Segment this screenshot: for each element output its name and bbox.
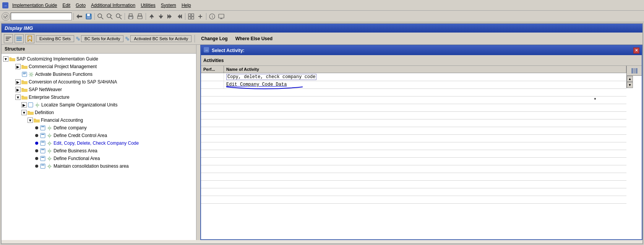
svg-line-11 <box>110 17 112 19</box>
tree-panel: Structure ▼ SAP Customizing Implementati… <box>2 45 196 240</box>
navigate-last-button[interactable] <box>175 12 183 21</box>
folder-icon-financial <box>34 117 40 123</box>
activated-bc-sets-button[interactable]: Activated BC Sets for Activity <box>130 35 191 42</box>
svg-rect-61 <box>41 134 44 135</box>
definition-label: Definition <box>35 110 54 115</box>
table-row-empty-3 <box>201 104 626 112</box>
toggle-netweaver[interactable]: ▶ <box>15 87 21 92</box>
tree-item-maintain-consolidation[interactable]: Maintain consolidation business area <box>34 162 195 170</box>
gear-icon-define-credit <box>46 132 52 139</box>
print-preview-button[interactable] <box>136 12 144 21</box>
toggle-financial-accounting[interactable]: ▼ <box>28 118 33 123</box>
svg-point-74 <box>49 165 50 167</box>
collapse-tree-button[interactable] <box>4 34 13 43</box>
page-icon-define-company <box>40 125 46 131</box>
tree-item-enterprise-structure[interactable]: ▼ Enterprise Structure <box>15 93 195 101</box>
menu-goto[interactable]: Goto <box>73 2 88 9</box>
toggle-sap-guide[interactable]: ▼ <box>3 56 8 62</box>
dialog-close-button[interactable]: ✕ <box>633 47 639 54</box>
find-button[interactable] <box>96 12 105 21</box>
bullet-define-company <box>35 126 38 129</box>
tree-item-definition[interactable]: ▼ Definition <box>21 109 195 116</box>
table-row-edit-company[interactable]: Edit Company Code Data <box>201 81 626 89</box>
find-next-button[interactable]: + <box>105 12 114 21</box>
table-row-empty-4 <box>201 112 626 119</box>
tree-item-commercial-pm[interactable]: ▶ Commercial Project Management <box>15 63 195 70</box>
svg-text:→: → <box>3 3 7 8</box>
bullet-define-business <box>35 149 38 152</box>
expand-all-button[interactable] <box>187 12 195 21</box>
tree-item-financial-accounting[interactable]: ▼ Financial Accounting <box>28 116 195 124</box>
menu-implementation-guide[interactable]: Implementation Guide <box>10 2 59 9</box>
monitor-button[interactable] <box>217 12 225 21</box>
search-all-button[interactable]: ++ <box>115 12 123 21</box>
svg-rect-20 <box>138 14 141 16</box>
toggle-definition[interactable]: ▼ <box>21 110 27 115</box>
table-row-empty-6 <box>201 127 626 135</box>
dialog-scrollbar: ▲ ▼ <box>626 76 633 88</box>
tree-item-netweaver[interactable]: ▶ SAP NetWeaver <box>15 86 195 93</box>
menu-help[interactable]: Help <box>179 2 193 9</box>
svg-rect-58 <box>41 126 44 127</box>
bc-sets-activity-button[interactable]: BC Sets for Activity <box>81 35 124 42</box>
collapse-all-button[interactable] <box>196 12 204 21</box>
tree-item-conversion[interactable]: ▶ Conversion of Accounting to SAP S/4HAN… <box>15 78 195 86</box>
expand-tree-button[interactable] <box>15 34 24 43</box>
table-row-empty-2 <box>201 96 626 104</box>
menu-edit[interactable]: Edit <box>60 2 73 9</box>
toggle-conversion[interactable]: ▶ <box>15 79 21 85</box>
gear-icon-define-business <box>46 148 52 154</box>
navigate-first-button[interactable] <box>166 12 174 21</box>
curved-underline-svg <box>226 86 303 90</box>
tree-item-define-functional[interactable]: Define Functional Area <box>34 155 195 162</box>
svg-point-68 <box>49 150 50 152</box>
tree-item-define-credit[interactable]: Define Credit Control Area <box>34 132 195 139</box>
svg-rect-18 <box>129 17 132 19</box>
svg-rect-70 <box>41 157 44 158</box>
existing-bc-sets-button[interactable]: Existing BC Sets <box>36 35 74 42</box>
nav-back-button[interactable] <box>75 12 84 21</box>
where-else-used-button[interactable]: Where Else Used <box>232 35 276 42</box>
navigate-up-button[interactable] <box>148 12 156 21</box>
scroll-down-button[interactable]: ▼ <box>627 82 633 88</box>
dialog-title-icon: → <box>203 47 209 54</box>
svg-line-14 <box>120 17 122 19</box>
gear-icon-define-company <box>46 125 52 131</box>
check-button[interactable] <box>2 12 10 21</box>
scroll-up-button[interactable]: ▲ <box>627 76 633 82</box>
svg-point-2 <box>3 14 8 19</box>
sap-guide-label: SAP Customizing Implementation Guide <box>16 56 98 62</box>
dot-indicator <box>594 98 596 100</box>
define-credit-label: Define Credit Control Area <box>54 133 107 138</box>
info-button[interactable]: i <box>208 12 216 21</box>
change-log-button[interactable]: Change Log <box>198 35 230 42</box>
tree-item-edit-copy[interactable]: Edit, Copy, Delete, Check Company Code <box>34 139 195 147</box>
tree-item-sap-guide[interactable]: ▼ SAP Customizing Implementation Guide <box>3 55 195 63</box>
navigate-down-button[interactable] <box>157 12 165 21</box>
save-button[interactable] <box>84 12 93 21</box>
table-row-copy-delete[interactable]: Copy, delete, check company code <box>201 73 626 81</box>
svg-rect-78 <box>634 68 635 74</box>
main-window: Display IMG Existing BC Sets BC Sets for… <box>1 23 643 244</box>
tree-item-activate-business[interactable]: Activate Business Functions <box>15 70 195 78</box>
menu-additional-information[interactable]: Additional Information <box>89 2 138 9</box>
content-area: Structure ▼ SAP Customizing Implementati… <box>2 45 642 240</box>
svg-point-50 <box>127 38 129 41</box>
toggle-enterprise-structure[interactable]: ▼ <box>15 95 21 100</box>
print-button[interactable] <box>127 12 135 21</box>
menu-utilities[interactable]: Utilities <box>138 2 158 9</box>
toggle-localize[interactable]: ▶ <box>21 102 27 108</box>
tree-item-define-business[interactable]: Define Business Area <box>34 147 195 155</box>
svg-rect-42 <box>6 40 8 41</box>
svg-rect-43 <box>16 37 22 38</box>
table-row-empty-12 <box>201 173 626 181</box>
bookmark-button[interactable] <box>25 34 34 43</box>
menu-system[interactable]: System <box>159 2 178 9</box>
toggle-commercial-pm[interactable]: ▶ <box>15 64 21 69</box>
gear-icon-activate <box>28 71 34 77</box>
tree-item-define-company[interactable]: Define company <box>34 124 195 132</box>
tree-item-localize[interactable]: ▶ Localize Sample Organizational Units <box>21 101 195 109</box>
svg-rect-4 <box>79 16 82 17</box>
column-selector-button[interactable] <box>626 66 642 76</box>
command-input[interactable] <box>11 13 72 20</box>
